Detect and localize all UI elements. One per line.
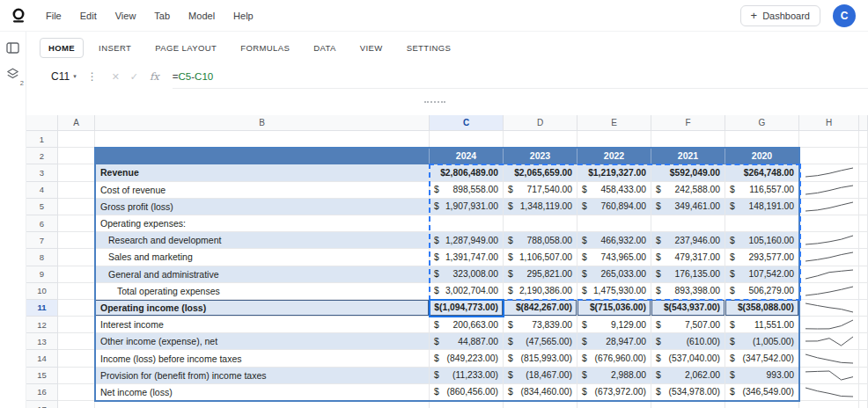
- row-header-13[interactable]: 13: [26, 333, 58, 350]
- cell-B17[interactable]: [95, 401, 430, 408]
- row-label-cell[interactable]: Cost of revenue: [95, 182, 430, 199]
- sparkline-cell[interactable]: [799, 333, 859, 350]
- cell-A16[interactable]: [58, 384, 95, 401]
- confirm-icon[interactable]: ✓: [130, 71, 138, 83]
- cell-A9[interactable]: [58, 266, 95, 283]
- value-cell[interactable]: $(834,460.00): [504, 384, 577, 401]
- value-cell[interactable]: $(815,993.00): [504, 350, 577, 367]
- col-header-B[interactable]: B: [95, 115, 430, 131]
- value-cell[interactable]: $(534,978.00): [651, 384, 725, 401]
- value-cell[interactable]: $2,806,489.00: [430, 164, 504, 181]
- menu-edit[interactable]: Edit: [80, 11, 97, 21]
- value-cell[interactable]: $264,748.00: [725, 164, 799, 181]
- cell-A17[interactable]: [58, 401, 95, 408]
- value-cell[interactable]: $1,391,747.00: [430, 249, 504, 266]
- row-header-10[interactable]: 10: [26, 283, 58, 300]
- cell-H1[interactable]: [799, 131, 859, 148]
- value-cell[interactable]: $788,058.00: [504, 232, 577, 249]
- value-cell[interactable]: $265,033.00: [577, 266, 651, 283]
- chevron-down-icon[interactable]: ▾: [73, 73, 77, 80]
- tab-settings[interactable]: SETTINGS: [398, 38, 460, 58]
- cell-A6[interactable]: [58, 215, 95, 232]
- sparkline-cell[interactable]: [799, 215, 859, 232]
- value-cell[interactable]: $993.00: [725, 368, 799, 384]
- sparkline-cell[interactable]: [799, 232, 859, 249]
- row-header-2[interactable]: 2: [26, 148, 58, 164]
- row-label-cell[interactable]: Provision for (benefit from) income taxe…: [95, 368, 430, 384]
- row-header-4[interactable]: 4: [26, 182, 58, 199]
- value-cell[interactable]: $7,507.00: [651, 317, 725, 333]
- tab-data[interactable]: DATA: [305, 38, 345, 58]
- col-header-D[interactable]: D: [504, 115, 577, 131]
- cell-H2[interactable]: [799, 148, 859, 164]
- row-header-3[interactable]: 3: [26, 164, 58, 181]
- row-label-cell[interactable]: Other income (expense), net: [95, 333, 430, 350]
- value-cell[interactable]: $(715,036.00): [577, 300, 651, 317]
- value-cell[interactable]: [651, 215, 725, 232]
- sparkline-cell[interactable]: [799, 300, 859, 317]
- col-header-F[interactable]: F: [651, 115, 725, 131]
- row-header-17[interactable]: 17: [26, 401, 58, 408]
- row-label-cell[interactable]: Income (loss) before income taxes: [95, 350, 430, 367]
- cell-A5[interactable]: [58, 199, 95, 215]
- value-cell[interactable]: $73,839.00: [504, 317, 577, 333]
- empty-cell[interactable]: [725, 131, 799, 148]
- value-cell[interactable]: $293,577.00: [725, 249, 799, 266]
- menu-file[interactable]: File: [46, 11, 62, 21]
- value-cell[interactable]: $323,008.00: [430, 266, 504, 283]
- value-cell[interactable]: $(18,467.00): [504, 368, 577, 384]
- cell-A8[interactable]: [58, 249, 95, 266]
- cell-A15[interactable]: [58, 368, 95, 384]
- col-header-A[interactable]: A: [58, 115, 95, 131]
- cell-A14[interactable]: [58, 350, 95, 367]
- year-header-2020[interactable]: 2020: [725, 148, 799, 164]
- value-cell[interactable]: $893,398.00: [651, 283, 725, 300]
- layers-icon[interactable]: 2: [6, 68, 19, 80]
- value-cell[interactable]: [725, 215, 799, 232]
- sparkline-cell[interactable]: [799, 164, 859, 181]
- cell-H17[interactable]: [799, 401, 859, 408]
- cell-B1[interactable]: [95, 131, 430, 148]
- menu-model[interactable]: Model: [188, 11, 215, 21]
- table-header-cell[interactable]: [95, 148, 430, 164]
- value-cell[interactable]: $237,946.00: [651, 232, 725, 249]
- menu-view[interactable]: View: [115, 11, 136, 21]
- sparkline-cell[interactable]: [799, 266, 859, 283]
- value-cell[interactable]: $116,557.00: [725, 182, 799, 199]
- value-cell[interactable]: $(673,972.00): [577, 384, 651, 401]
- value-cell[interactable]: $105,160.00: [725, 232, 799, 249]
- cell-A4[interactable]: [58, 182, 95, 199]
- value-cell[interactable]: $717,540.00: [504, 182, 577, 199]
- sparkline-cell[interactable]: [799, 317, 859, 333]
- value-cell[interactable]: $1,348,119.00: [504, 199, 577, 215]
- cell-A12[interactable]: [58, 317, 95, 333]
- value-cell[interactable]: $592,049.00: [651, 164, 725, 181]
- value-cell[interactable]: [430, 215, 504, 232]
- menu-help[interactable]: Help: [233, 11, 254, 21]
- value-cell[interactable]: $11,551.00: [725, 317, 799, 333]
- value-cell[interactable]: $1,287,949.00: [430, 232, 504, 249]
- value-cell[interactable]: $44,887.00: [430, 333, 504, 350]
- row-header-9[interactable]: 9: [26, 266, 58, 283]
- row-header-15[interactable]: 15: [26, 368, 58, 384]
- empty-cell[interactable]: [725, 401, 799, 408]
- grid-corner[interactable]: [26, 115, 58, 131]
- cancel-icon[interactable]: ✕: [112, 71, 120, 83]
- value-cell[interactable]: $(860,456.00): [430, 384, 504, 401]
- row-header-8[interactable]: 8: [26, 249, 58, 266]
- value-cell[interactable]: $466,932.00: [577, 232, 651, 249]
- empty-cell[interactable]: [430, 131, 504, 148]
- value-cell[interactable]: $(11,233.00): [430, 368, 504, 384]
- empty-cell[interactable]: [504, 131, 577, 148]
- row-header-12[interactable]: 12: [26, 317, 58, 333]
- tab-insert[interactable]: INSERT: [90, 38, 140, 58]
- row-label-cell[interactable]: Research and development: [95, 232, 430, 249]
- row-header-14[interactable]: 14: [26, 350, 58, 367]
- cell-A3[interactable]: [58, 164, 95, 181]
- value-cell[interactable]: $898,558.00: [430, 182, 504, 199]
- dashboard-button[interactable]: + Dashboard: [740, 5, 820, 26]
- value-cell[interactable]: $(543,937.00): [651, 300, 725, 317]
- cell-A7[interactable]: [58, 232, 95, 249]
- value-cell[interactable]: $479,317.00: [651, 249, 725, 266]
- cell-A13[interactable]: [58, 333, 95, 350]
